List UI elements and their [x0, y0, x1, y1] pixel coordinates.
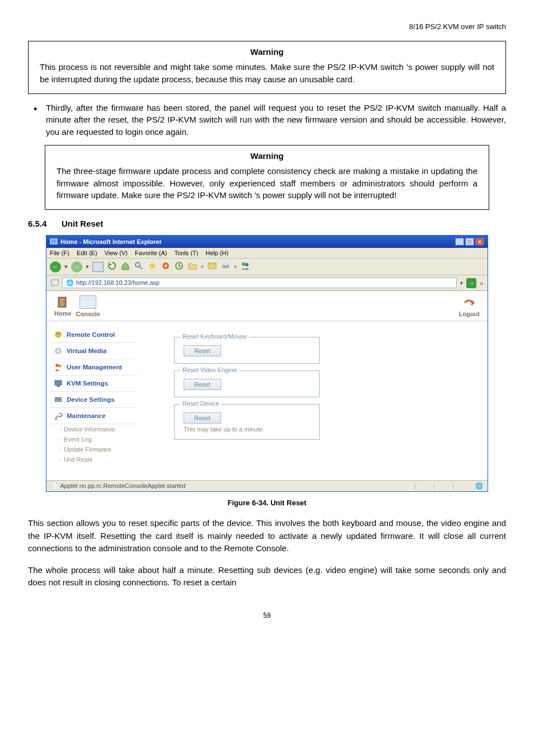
- svg-rect-24: [55, 400, 61, 401]
- svg-point-10: [245, 263, 249, 266]
- menu-help[interactable]: Help (H): [205, 250, 228, 256]
- media-icon[interactable]: [161, 261, 171, 273]
- logout-icon: [462, 297, 476, 309]
- warning1-title: Warning: [40, 47, 494, 57]
- stop-button[interactable]: [92, 262, 104, 272]
- console-nav[interactable]: Console: [76, 295, 100, 317]
- svg-rect-11: [51, 280, 58, 285]
- svg-point-4: [165, 265, 167, 267]
- sidebar-label-usermgmt: User Management: [67, 364, 122, 370]
- sidebar-item-virtual-media[interactable]: Virtual Media: [50, 343, 137, 359]
- reset-device-button[interactable]: Reset: [184, 412, 221, 424]
- kvm-icon: [53, 378, 63, 388]
- ie-titlebar: Home - Microsoft Internet Explorer _ □ ×: [46, 236, 488, 248]
- sub-label-updatefw: Update Firmware: [64, 446, 111, 453]
- warning2-body: The three-stage firmware update process …: [57, 165, 477, 201]
- sidebar-sub-device-info[interactable]: ◦ Device Information: [50, 424, 137, 434]
- menu-file[interactable]: File (F): [50, 250, 69, 256]
- body-para-2: The whole process will take about half a…: [28, 564, 506, 589]
- history-icon[interactable]: [174, 261, 184, 273]
- sidebar-label-maint: Maintenance: [67, 412, 106, 419]
- home-nav[interactable]: Home: [54, 296, 72, 317]
- svg-rect-22: [55, 397, 62, 402]
- sub-label-unitreset: Unit Reset: [64, 456, 92, 463]
- svg-point-1: [135, 262, 140, 267]
- sidebar-sub-event-log[interactable]: ◦ Event Log: [50, 434, 137, 444]
- svg-point-17: [57, 350, 59, 352]
- messenger-icon[interactable]: [240, 261, 250, 273]
- forward-button[interactable]: →: [71, 261, 82, 273]
- svg-rect-21: [57, 386, 60, 387]
- reset-device-panel: Reset Device Reset This may take up to a…: [174, 404, 320, 440]
- sidebar-item-remote-control[interactable]: Remote Control: [50, 327, 137, 343]
- minimize-button[interactable]: _: [455, 238, 464, 246]
- maximize-button[interactable]: □: [465, 238, 474, 246]
- section-heading: 6.5.4Unit Reset: [28, 219, 506, 228]
- go-button[interactable]: →: [466, 278, 476, 288]
- usermgmt-icon: [53, 362, 63, 372]
- close-button[interactable]: ×: [475, 238, 484, 246]
- back-button[interactable]: ←: [50, 261, 61, 273]
- svg-point-18: [55, 364, 59, 367]
- ie-toolbar: ← ▾ → ▾ ▾ ▾: [46, 259, 488, 275]
- mail-icon[interactable]: [207, 261, 217, 273]
- sidebar: Remote Control Virtual Media User Manage…: [46, 321, 140, 480]
- console-icon: [79, 295, 96, 309]
- links-chevron-icon[interactable]: »: [480, 280, 483, 287]
- toolbar-sep3: ▾: [201, 264, 204, 270]
- svg-rect-0: [50, 239, 57, 244]
- svg-point-9: [242, 262, 245, 266]
- svg-point-19: [59, 365, 62, 368]
- logout-nav[interactable]: Logout: [459, 297, 480, 317]
- door-icon: [55, 296, 70, 308]
- toolbar-sep4: ▾: [234, 264, 237, 270]
- folder-icon[interactable]: [188, 261, 198, 273]
- address-dropdown-icon[interactable]: ▾: [460, 280, 463, 286]
- ie-app-icon: [50, 238, 58, 246]
- home-icon[interactable]: [120, 261, 130, 273]
- ie-menubar[interactable]: File (F) Edit (E) View (V) Favorite (A) …: [46, 248, 488, 259]
- maint-icon: [53, 411, 63, 421]
- address-field[interactable]: 🌐http://192.168.10.23/home.asp: [62, 278, 457, 288]
- address-text: http://192.168.10.23/home.asp: [76, 279, 160, 286]
- sidebar-sub-unit-reset[interactable]: ◦ Unit Reset: [50, 454, 137, 464]
- menu-view[interactable]: View (V): [105, 250, 128, 256]
- menu-tools[interactable]: Tools (T): [174, 250, 198, 256]
- print-icon[interactable]: [221, 261, 231, 273]
- menu-edit[interactable]: Edit (E): [77, 250, 97, 256]
- svg-rect-20: [55, 381, 62, 385]
- warning-box-2: Warning The three-stage firmware update …: [45, 145, 489, 210]
- refresh-icon[interactable]: [107, 261, 117, 273]
- warning1-body: This process is not reversible and might…: [40, 61, 494, 86]
- ie-window-title: Home - Microsoft Internet Explorer: [60, 238, 162, 245]
- legend-kb: Reset Keyboard/Mouse: [180, 333, 249, 340]
- sidebar-label-remote: Remote Control: [67, 331, 115, 338]
- sub-label-devinfo: Device Information: [64, 426, 115, 433]
- status-seg-1: [415, 483, 432, 490]
- reset-kb-button[interactable]: Reset: [184, 345, 221, 356]
- sidebar-item-device-settings[interactable]: Device Settings: [50, 392, 137, 408]
- sidebar-sub-update-firmware[interactable]: ◦ Update Firmware: [50, 444, 137, 454]
- bullet-marker: •: [34, 102, 46, 138]
- sidebar-item-kvm-settings[interactable]: KVM Settings: [50, 375, 137, 392]
- menu-favorite[interactable]: Favorite (A): [135, 250, 167, 256]
- warning-box-1: Warning This process is not reversible a…: [28, 41, 506, 94]
- page-number: 59: [28, 612, 506, 619]
- search-icon[interactable]: [134, 261, 144, 273]
- legend-video: Reset Video Engine: [180, 367, 239, 373]
- sidebar-item-user-management[interactable]: User Management: [50, 359, 137, 375]
- sidebar-item-maintenance[interactable]: Maintenance: [50, 408, 137, 424]
- svg-rect-8: [223, 262, 228, 265]
- section-title: Unit Reset: [62, 219, 103, 228]
- page-icon: 🌐: [66, 279, 74, 286]
- favorites-icon[interactable]: [147, 261, 157, 273]
- svg-rect-23: [55, 398, 61, 400]
- console-label: Console: [76, 311, 100, 317]
- reset-video-button[interactable]: Reset: [184, 379, 221, 390]
- doc-header: 8/16 PS/2 KVM over IP switch: [28, 22, 506, 31]
- app-top-strip: Home Console Logout: [46, 291, 488, 321]
- logout-label: Logout: [459, 311, 480, 317]
- section-number: 6.5.4: [28, 219, 62, 228]
- vmedia-icon: [53, 346, 63, 356]
- screenshot-wrap: Home - Microsoft Internet Explorer _ □ ×…: [46, 235, 488, 492]
